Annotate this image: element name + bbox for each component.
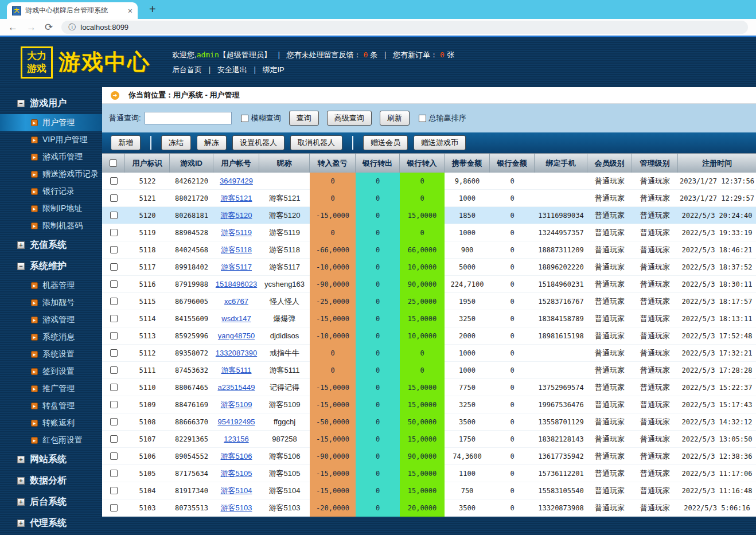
account-link[interactable]: 954192495: [217, 417, 255, 426]
row-checkbox[interactable]: [110, 229, 118, 236]
sidebar-section[interactable]: +充值系统: [0, 235, 102, 256]
row-checkbox[interactable]: [110, 401, 118, 408]
row-checkbox[interactable]: [110, 246, 118, 253]
sidebar-item[interactable]: ▸VIP用户管理: [0, 131, 102, 149]
nav-safe-logout[interactable]: 安全退出: [217, 65, 247, 74]
row-checkbox[interactable]: [110, 212, 118, 219]
url-bar[interactable]: ⓘ localhost:8099: [61, 21, 748, 34]
sidebar-item[interactable]: ▸红包雨设置: [0, 432, 102, 449]
query-button[interactable]: 查询: [289, 111, 319, 126]
account-link[interactable]: a23515449: [217, 383, 255, 392]
row-checkbox[interactable]: [110, 194, 118, 202]
account-link[interactable]: 游客5119: [221, 228, 252, 238]
sidebar-item[interactable]: ▸签到设置: [0, 363, 102, 380]
cell-admin-level: 普通玩家: [632, 413, 678, 431]
browser-tab[interactable]: 大 游戏中心棋牌后台管理系统 ×: [7, 2, 138, 19]
sidebar-section[interactable]: −系统维护: [0, 256, 102, 277]
row-checkbox[interactable]: [110, 470, 118, 477]
fuzzy-checkbox[interactable]: [241, 115, 248, 122]
sidebar-item[interactable]: ▸添加靓号: [0, 294, 102, 311]
expand-icon[interactable]: +: [17, 241, 25, 249]
cell-bank-in: 15,0000: [400, 482, 445, 499]
account-link[interactable]: 游客5104: [221, 486, 252, 496]
expand-icon[interactable]: +: [17, 498, 25, 506]
expand-icon[interactable]: +: [17, 520, 25, 527]
back-icon[interactable]: ←: [8, 22, 18, 33]
account-link[interactable]: 游客5121: [221, 193, 252, 204]
account-link[interactable]: 游客5120: [221, 210, 252, 221]
select-all-checkbox[interactable]: [110, 159, 117, 167]
account-link[interactable]: 36497429: [220, 177, 253, 185]
cell-game-id: 88021720: [170, 190, 213, 207]
collapse-icon[interactable]: −: [17, 100, 25, 107]
sidebar-section[interactable]: +网站系统: [0, 449, 102, 470]
sidebar-item[interactable]: ▸赠送游戏币记录: [0, 166, 102, 183]
account-link[interactable]: 游客5118: [221, 245, 252, 255]
row-checkbox[interactable]: [110, 366, 118, 374]
refresh-button[interactable]: 刷新: [380, 111, 410, 126]
row-checkbox[interactable]: [110, 487, 118, 494]
row-checkbox[interactable]: [110, 418, 118, 425]
sidebar-item[interactable]: ▸转账返利: [0, 415, 102, 432]
sidebar-item[interactable]: ▸限制IP地址: [0, 200, 102, 217]
account-link[interactable]: 游客5109: [221, 400, 252, 410]
account-link[interactable]: 游客5103: [221, 503, 252, 513]
account-link[interactable]: wsdx147: [221, 314, 251, 323]
account-link[interactable]: 1332087390: [216, 349, 257, 357]
sidebar-item[interactable]: ▸推广管理: [0, 380, 102, 397]
nav-bind-ip[interactable]: 绑定IP: [262, 65, 284, 74]
forward-icon[interactable]: →: [26, 22, 36, 33]
collapse-icon[interactable]: −: [17, 263, 25, 270]
row-checkbox[interactable]: [110, 332, 118, 339]
row-checkbox[interactable]: [110, 435, 118, 443]
sidebar-item[interactable]: ▸游戏币管理: [0, 149, 102, 166]
account-link[interactable]: 游客5106: [221, 451, 252, 462]
row-checkbox[interactable]: [110, 384, 118, 391]
reload-icon[interactable]: ⟳: [45, 21, 53, 33]
account-link[interactable]: 游客5117: [221, 262, 252, 272]
account-link[interactable]: 游客5111: [221, 365, 252, 376]
expand-icon[interactable]: +: [17, 456, 25, 463]
sidebar-item[interactable]: ▸机器管理: [0, 277, 102, 294]
info-icon[interactable]: ⓘ: [68, 22, 76, 33]
row-checkbox[interactable]: [110, 315, 118, 322]
account-link[interactable]: 123156: [224, 435, 248, 443]
toolbar-button[interactable]: 设置机器人: [232, 135, 285, 150]
account-link[interactable]: 游客5105: [221, 468, 252, 479]
sidebar-item[interactable]: ▸用户管理: [0, 114, 102, 131]
sidebar-item[interactable]: ▸系统设置: [0, 346, 102, 363]
sidebar-section[interactable]: +后台系统: [0, 491, 102, 513]
row-checkbox[interactable]: [110, 298, 118, 305]
nav-backstage-home[interactable]: 后台首页: [172, 65, 202, 74]
sidebar-item[interactable]: ▸游戏管理: [0, 311, 102, 329]
sidebar-item[interactable]: ▸转盘管理: [0, 397, 102, 415]
account-link[interactable]: yang48750: [218, 331, 255, 340]
row-checkbox[interactable]: [110, 263, 118, 271]
advanced-query-button[interactable]: 高级查询: [327, 111, 372, 126]
search-input[interactable]: [145, 112, 232, 124]
account-link[interactable]: 1518496023: [216, 280, 257, 288]
row-checkbox[interactable]: [110, 452, 118, 460]
sidebar-item[interactable]: ▸系统消息: [0, 329, 102, 346]
sidebar-item[interactable]: ▸限制机器码: [0, 217, 102, 235]
expand-icon[interactable]: +: [17, 477, 25, 485]
account-link[interactable]: xc6767: [224, 297, 248, 306]
toolbar-button[interactable]: 解冻: [197, 135, 227, 150]
new-tab-button[interactable]: +: [149, 3, 156, 16]
sidebar-section[interactable]: −游戏用户: [0, 93, 102, 114]
sort-checkbox[interactable]: [419, 115, 426, 122]
toolbar-button[interactable]: 取消机器人: [290, 135, 342, 150]
row-checkbox[interactable]: [110, 280, 118, 288]
sidebar-item[interactable]: ▸银行记录: [0, 183, 102, 200]
row-checkbox[interactable]: [110, 349, 118, 357]
toolbar-button[interactable]: 新增: [111, 135, 141, 150]
sidebar-section-label: 充值系统: [30, 239, 67, 251]
close-icon[interactable]: ×: [128, 6, 133, 15]
sidebar-section[interactable]: +数据分析: [0, 470, 102, 491]
toolbar-button[interactable]: 赠送会员: [363, 135, 408, 150]
sidebar-section[interactable]: +代理系统: [0, 513, 102, 534]
row-checkbox[interactable]: [110, 504, 118, 511]
toolbar-button[interactable]: 赠送游戏币: [414, 135, 466, 150]
toolbar-button[interactable]: 冻结: [161, 135, 191, 150]
row-checkbox[interactable]: [110, 177, 118, 185]
